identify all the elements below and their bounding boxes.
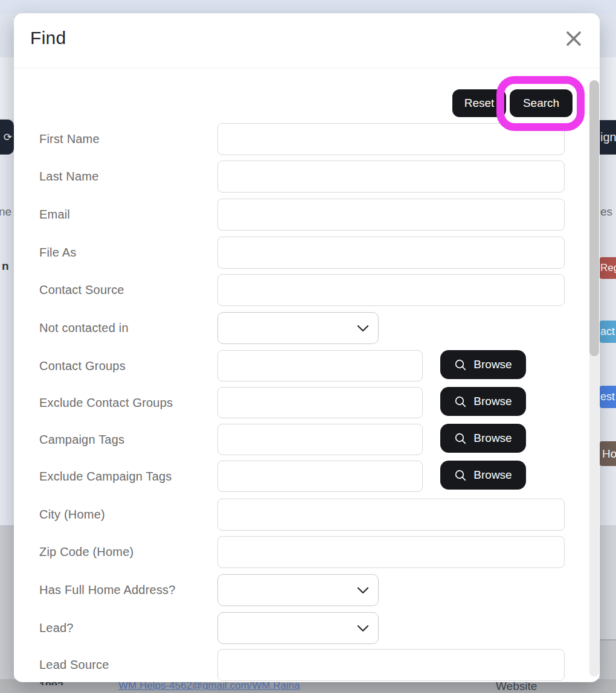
- field-label: Exclude Contact Groups: [39, 387, 173, 419]
- background-right-dim: [600, 525, 616, 640]
- browse-contact-groups-button[interactable]: Browse: [440, 350, 526, 379]
- reset-button[interactable]: Reset: [452, 89, 506, 117]
- email-input[interactable]: [217, 199, 565, 231]
- form-row: First Name: [14, 123, 600, 155]
- browse-exclude-campaign-tags-button[interactable]: Browse: [440, 461, 526, 490]
- lead-select[interactable]: [217, 612, 379, 644]
- field-label: Contact Source: [39, 274, 124, 306]
- field-label: Has Full Home Address?: [39, 574, 176, 606]
- city-home-input[interactable]: [217, 499, 565, 531]
- campaign-tags-input[interactable]: [217, 424, 423, 455]
- field-label: First Name: [39, 123, 100, 155]
- fragment-label: ign: [600, 130, 616, 144]
- form-row: Contact Source: [14, 274, 600, 306]
- form-row: Contact Groups Browse: [14, 350, 600, 382]
- background-top-strip: [0, 0, 616, 13]
- browse-label: Browse: [473, 395, 512, 408]
- form-row: Has Full Home Address?: [14, 574, 600, 606]
- browse-campaign-tags-button[interactable]: Browse: [440, 424, 526, 453]
- chevron-down-icon: [356, 586, 370, 595]
- background-left-dim: [0, 525, 14, 693]
- browse-label: Browse: [473, 358, 512, 371]
- field-label: Last Name: [39, 161, 99, 193]
- form-row: Last Name: [14, 161, 600, 193]
- magnifier-icon: [454, 469, 467, 482]
- contact-groups-input[interactable]: [217, 350, 423, 382]
- screen: ⟳ ign ne es n Reg act est Ho 1992 WM.Hel…: [0, 0, 616, 693]
- first-name-input[interactable]: [217, 123, 565, 155]
- field-label: File As: [39, 237, 76, 269]
- modal-scrollbar-thumb[interactable]: [589, 80, 599, 356]
- file-as-input[interactable]: [217, 237, 565, 269]
- field-label: Campaign Tags: [39, 424, 124, 456]
- modal-header: Find: [14, 13, 600, 68]
- form-row: Email: [14, 199, 600, 231]
- browse-label: Browse: [473, 468, 512, 482]
- exclude-campaign-tags-input[interactable]: [217, 461, 423, 492]
- form-row: Zip Code (Home): [14, 536, 600, 568]
- lead-source-input[interactable]: [217, 649, 565, 681]
- form-row: Exclude Campaign Tags Browse: [14, 461, 600, 493]
- browse-label: Browse: [473, 432, 512, 445]
- refresh-icon: ⟳: [4, 131, 12, 144]
- text-fragment: n: [2, 260, 14, 273]
- form-row: Exclude Contact Groups Browse: [14, 387, 600, 419]
- chevron-down-icon: [356, 324, 370, 333]
- status-badge: act: [599, 321, 616, 343]
- field-label: Zip Code (Home): [39, 536, 133, 568]
- text-fragment: es: [600, 205, 616, 219]
- field-label: City (Home): [39, 499, 105, 531]
- field-label: Lead Source: [39, 649, 109, 681]
- field-label: Not contacted in: [39, 312, 129, 344]
- status-badge: est: [599, 386, 616, 408]
- magnifier-icon: [454, 395, 467, 408]
- form-row: Lead?: [14, 612, 600, 644]
- last-name-input[interactable]: [217, 161, 565, 193]
- status-badge: Ho: [599, 441, 616, 466]
- find-modal: Find Reset Search First Name Last Name E…: [14, 13, 600, 682]
- close-button[interactable]: [561, 26, 586, 51]
- form-row: Campaign Tags Browse: [14, 424, 600, 456]
- not-contacted-in-select[interactable]: [217, 312, 379, 344]
- browse-exclude-contact-groups-button[interactable]: Browse: [440, 387, 526, 416]
- refresh-button-fragment[interactable]: ⟳: [0, 120, 14, 155]
- magnifier-icon: [454, 432, 467, 445]
- has-full-home-address-select[interactable]: [217, 574, 379, 606]
- exclude-contact-groups-input[interactable]: [217, 387, 423, 418]
- field-label: Lead?: [39, 612, 74, 644]
- field-label: Email: [39, 199, 70, 231]
- contact-source-input[interactable]: [217, 274, 565, 306]
- status-badge: Reg: [599, 257, 616, 279]
- search-button[interactable]: Search: [510, 89, 573, 117]
- modal-title: Find: [30, 28, 66, 48]
- field-label: Exclude Campaign Tags: [39, 461, 172, 493]
- form-row: City (Home): [14, 499, 600, 531]
- magnifier-icon: [454, 359, 467, 371]
- text-fragment: ne: [0, 205, 14, 219]
- zip-code-home-input[interactable]: [217, 536, 565, 568]
- x-icon: [562, 27, 585, 50]
- form-row: Lead Source: [14, 649, 600, 681]
- dark-button-fragment[interactable]: ign: [600, 120, 616, 155]
- form-row: File As: [14, 237, 600, 269]
- form-row: Not contacted in: [14, 312, 600, 344]
- field-label: Contact Groups: [39, 350, 126, 382]
- chevron-down-icon: [356, 624, 370, 633]
- background-table-divider: [600, 639, 616, 640]
